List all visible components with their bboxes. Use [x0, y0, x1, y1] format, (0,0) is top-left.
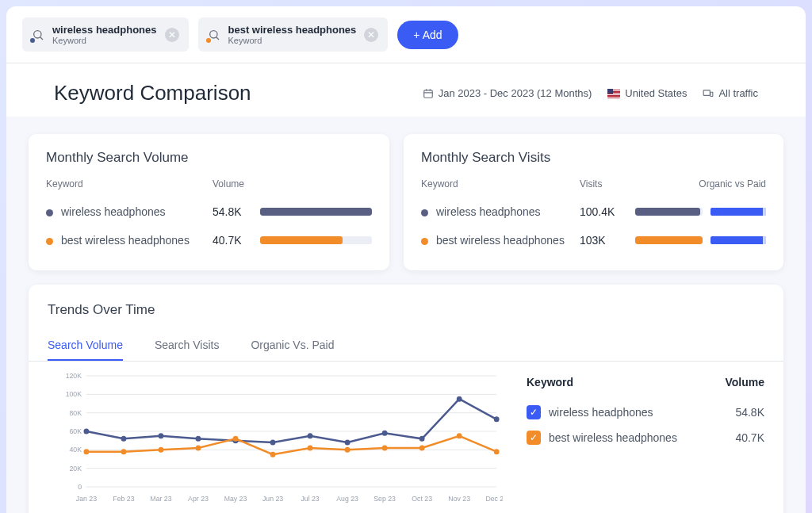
- svg-rect-8: [704, 90, 710, 94]
- svg-text:0: 0: [78, 483, 82, 491]
- legend-col-keyword: Keyword: [527, 376, 573, 389]
- content-area: Monthly Search Volume Keyword Volume wir…: [6, 117, 806, 513]
- svg-point-50: [159, 447, 164, 453]
- col-visits: Visits: [580, 178, 635, 190]
- svg-point-53: [270, 452, 276, 457]
- series-dot: [421, 209, 428, 216]
- panel-title: Monthly Search Visits: [421, 150, 766, 166]
- col-volume: Volume: [213, 178, 260, 190]
- svg-line-1: [40, 36, 43, 39]
- bar-track: [635, 208, 703, 216]
- legend-checkbox[interactable]: ✓: [527, 431, 541, 445]
- add-keyword-button[interactable]: + Add: [397, 21, 458, 49]
- legend-value: 40.7K: [735, 431, 764, 444]
- visits-value: 103K: [580, 234, 635, 247]
- series-dot: [46, 209, 53, 216]
- svg-text:Apr 23: Apr 23: [188, 495, 209, 503]
- remove-chip-button[interactable]: ✕: [165, 28, 179, 42]
- svg-point-52: [233, 436, 239, 442]
- svg-point-42: [308, 433, 313, 438]
- keyword-chip-2[interactable]: best wireless headphones Keyword ✕: [198, 17, 389, 52]
- bar-fill: [260, 236, 343, 244]
- tab-organic-vs-paid[interactable]: Organic Vs. Paid: [251, 331, 334, 361]
- col-keyword: Keyword: [46, 178, 213, 190]
- keyword-name: wireless headphones: [421, 205, 580, 218]
- panel-search-volume: Monthly Search Volume Keyword Volume wir…: [29, 134, 389, 270]
- col-organic-vs-paid: Organic vs Paid: [699, 178, 766, 190]
- svg-point-47: [494, 416, 500, 422]
- keyword-chip-1[interactable]: wireless headphones Keyword ✕: [22, 17, 189, 52]
- svg-line-3: [216, 36, 218, 39]
- keyword-name: wireless headphones: [46, 205, 213, 218]
- visits-value: 100.4K: [580, 205, 635, 218]
- table-row: best wireless headphones 40.7K: [46, 226, 372, 255]
- svg-point-43: [345, 440, 350, 446]
- col-keyword: Keyword: [421, 178, 580, 190]
- svg-text:80K: 80K: [70, 409, 82, 417]
- legend-row: ✓ best wireless headphones 40.7K: [527, 425, 764, 450]
- svg-text:120K: 120K: [66, 372, 82, 380]
- panel-search-visits: Monthly Search Visits Keyword Visits Org…: [404, 134, 783, 270]
- search-icon: [208, 29, 220, 41]
- chip-title: best wireless headphones: [228, 24, 357, 36]
- keyword-name: best wireless headphones: [46, 234, 213, 247]
- traffic-filter[interactable]: All traffic: [703, 87, 758, 99]
- tab-search-visits[interactable]: Search Visits: [155, 331, 219, 361]
- panel-trends: Trends Over Time Search Volume Search Vi…: [29, 285, 783, 513]
- chip-subtitle: Keyword: [52, 36, 157, 45]
- calendar-icon: [423, 88, 434, 99]
- legend-row: ✓ wireless headphones 54.8K: [527, 400, 764, 425]
- app-window: wireless headphones Keyword ✕ best wirel…: [6, 6, 806, 513]
- us-flag-icon: [607, 89, 620, 98]
- chip-text: best wireless headphones Keyword: [228, 24, 357, 45]
- svg-text:Mar 23: Mar 23: [150, 495, 171, 503]
- volume-value: 40.7K: [213, 234, 260, 247]
- chart-area: 020K40K60K80K100K120KJan 23Feb 23Mar 23A…: [48, 371, 764, 506]
- bar-fill: [635, 236, 703, 244]
- svg-text:60K: 60K: [70, 427, 82, 435]
- volume-value: 54.8K: [213, 205, 260, 218]
- svg-point-48: [83, 449, 89, 454]
- tab-search-volume[interactable]: Search Volume: [48, 331, 123, 361]
- legend-value: 54.8K: [735, 406, 764, 419]
- bar-track: [635, 236, 703, 244]
- legend-header: Keyword Volume: [527, 376, 764, 389]
- series-dot: [30, 38, 35, 43]
- table-row: wireless headphones 54.8K: [46, 197, 372, 226]
- legend-checkbox[interactable]: ✓: [527, 405, 541, 419]
- svg-point-39: [196, 436, 201, 442]
- svg-text:Jun 23: Jun 23: [262, 495, 283, 503]
- bar-fill: [635, 208, 700, 216]
- svg-text:Jul 23: Jul 23: [301, 495, 319, 503]
- page-title: Keyword Comparison: [54, 81, 251, 105]
- date-range-filter[interactable]: Jan 2023 - Dec 2023 (12 Months): [423, 87, 592, 99]
- traffic-label: All traffic: [718, 87, 758, 99]
- bar-track: [260, 236, 372, 244]
- remove-chip-button[interactable]: ✕: [364, 28, 378, 42]
- svg-text:Jan 23: Jan 23: [76, 495, 97, 503]
- svg-text:Nov 23: Nov 23: [448, 495, 470, 503]
- svg-text:Dec 23: Dec 23: [485, 495, 503, 503]
- region-label: United States: [625, 87, 687, 99]
- svg-point-44: [382, 431, 388, 436]
- svg-point-37: [121, 436, 127, 442]
- svg-text:Feb 23: Feb 23: [113, 495, 134, 503]
- legend-name: best wireless headphones: [549, 431, 677, 444]
- svg-point-57: [419, 446, 425, 451]
- search-icon: [32, 29, 44, 41]
- svg-point-56: [382, 446, 388, 451]
- svg-point-41: [270, 440, 276, 446]
- region-filter[interactable]: United States: [607, 87, 687, 99]
- svg-point-58: [457, 433, 462, 438]
- legend-name: wireless headphones: [549, 406, 653, 419]
- svg-point-55: [345, 447, 350, 453]
- svg-point-45: [419, 436, 425, 442]
- tabs-row: Search Volume Search Visits Organic Vs. …: [29, 331, 783, 362]
- legend-col-volume: Volume: [725, 376, 764, 389]
- date-range-label: Jan 2023 - Dec 2023 (12 Months): [439, 87, 592, 99]
- series-dot: [421, 238, 428, 245]
- panel-title: Monthly Search Volume: [46, 150, 372, 166]
- series-dot: [206, 38, 211, 43]
- svg-text:100K: 100K: [66, 390, 82, 398]
- organic-paid-bar: [710, 236, 766, 244]
